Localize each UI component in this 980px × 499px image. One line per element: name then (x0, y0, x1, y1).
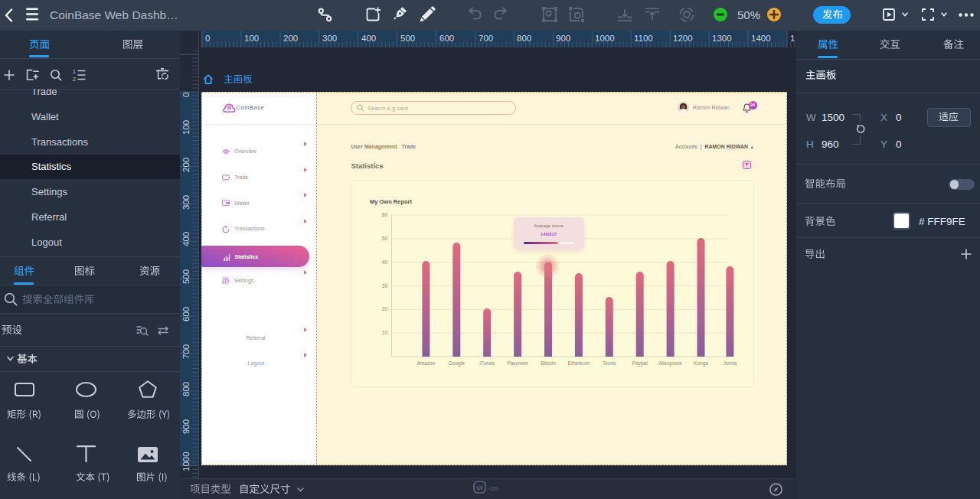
svg-text:UI: UI (476, 484, 482, 491)
svg-text:2: 2 (73, 77, 76, 82)
svg-text:1: 1 (73, 69, 76, 74)
svg-text:·cn: ·cn (488, 484, 498, 492)
